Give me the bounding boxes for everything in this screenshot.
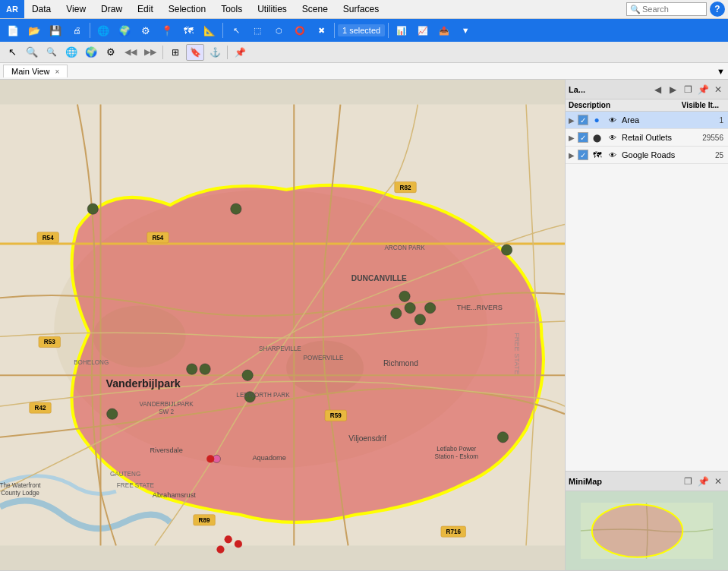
svg-text:Letlabo Power: Letlabo Power — [436, 446, 476, 453]
search-input[interactable] — [642, 5, 703, 14]
menu-surfaces[interactable]: Surfaces — [336, 0, 386, 18]
layer-row-retail[interactable]: ▶ ✓ ⬤ 👁 Retail Outlets 29556 — [566, 129, 728, 147]
svg-text:POWERVILLE: POWERVILLE — [304, 355, 344, 361]
expand-roads-icon: ▶ — [569, 151, 578, 159]
menu-data[interactable]: Data — [24, 0, 58, 18]
minimap-close-btn[interactable]: ✕ — [711, 475, 725, 488]
help-button[interactable]: ? — [710, 2, 725, 17]
svg-text:GAUTENG: GAUTENG — [110, 471, 140, 478]
svg-point-35 — [391, 308, 402, 319]
svg-point-108 — [592, 504, 682, 557]
arrow-tool[interactable]: ↖ — [3, 44, 21, 61]
tab-bar: Main View × ▼ — [0, 63, 728, 80]
svg-text:VANDERBIJLPARK: VANDERBIJLPARK — [140, 401, 194, 408]
roads-layer-icon: 🗺 — [590, 148, 604, 162]
main-view-tab[interactable]: Main View × — [3, 65, 68, 77]
minimap-content[interactable] — [566, 491, 728, 570]
new-button[interactable]: 📄 — [3, 21, 23, 39]
layers-forward-btn[interactable]: ▶ — [666, 83, 679, 96]
grid-btn[interactable]: ⊞ — [166, 44, 184, 61]
globe-button[interactable]: 🌐 — [93, 21, 113, 39]
layer-row-area[interactable]: ▶ ✓ ● 👁 Area 1 — [566, 112, 728, 129]
select-tool[interactable]: ↖ — [226, 21, 246, 39]
table-button[interactable]: 📊 — [392, 21, 411, 39]
globe2-button[interactable]: 🌍 — [115, 21, 134, 39]
svg-point-29 — [200, 364, 210, 374]
svg-text:FREE STATE: FREE STATE — [513, 333, 521, 374]
retail-layer-name: Retail Outlets — [622, 133, 676, 142]
right-panel: La... ◀ ▶ ❐ 📌 ✕ Description Visible It..… — [565, 80, 728, 570]
menu-edit[interactable]: Edit — [130, 0, 161, 18]
chart-button[interactable]: 📈 — [413, 21, 433, 39]
svg-text:Station - Eskom: Station - Eskom — [435, 453, 479, 460]
layer-table: ▶ ✓ ● 👁 Area 1 ▶ ✓ ⬤ 👁 Retail Outlets 29… — [566, 112, 728, 471]
forward-nav-btn[interactable]: ▶▶ — [141, 44, 159, 61]
layers-restore-btn[interactable]: ❐ — [681, 83, 695, 96]
sep-tb2 — [162, 46, 163, 59]
menu-tools[interactable]: Tools — [213, 0, 250, 18]
select-lasso[interactable]: ⭕ — [290, 21, 310, 39]
layer-row-roads[interactable]: ▶ ✓ 🗺 👁 Google Roads 25 — [566, 147, 728, 164]
menu-view[interactable]: View — [58, 0, 93, 18]
menu-selection[interactable]: Selection — [161, 0, 213, 18]
roads-layer-count: 25 — [676, 151, 725, 159]
layers-close-btn[interactable]: ✕ — [711, 83, 725, 96]
checkbox-area[interactable]: ✓ — [578, 115, 588, 125]
globe-nav2-btn[interactable]: 🌍 — [82, 44, 100, 61]
save-button[interactable]: 💾 — [46, 21, 65, 39]
print-button[interactable]: 🖨 — [67, 21, 87, 39]
settings-button[interactable]: ⚙ — [136, 21, 156, 39]
layers-back-btn[interactable]: ◀ — [651, 83, 664, 96]
measure-button[interactable]: 📐 — [200, 21, 219, 39]
zoom-in-btn[interactable]: 🔍 — [23, 44, 41, 61]
svg-text:R89: R89 — [199, 517, 210, 524]
svg-text:Abrahamsrust: Abrahamsrust — [153, 491, 196, 499]
open-button[interactable]: 📂 — [24, 21, 44, 39]
svg-text:R42: R42 — [35, 405, 46, 412]
area-layer-icon: ● — [590, 113, 604, 127]
select-polygon[interactable]: ⬡ — [269, 21, 288, 39]
menu-draw[interactable]: Draw — [93, 0, 130, 18]
svg-text:R716: R716 — [446, 528, 462, 535]
app-icon[interactable]: AR — [0, 0, 24, 18]
map-view[interactable]: R54 R54 R42 R53 R716 R89 R59 R82 — [0, 80, 565, 570]
svg-text:The Waterfront: The Waterfront — [0, 482, 41, 489]
retail-layer-count: 29556 — [676, 134, 725, 142]
main-layout: R54 R54 R42 R53 R716 R89 R59 R82 — [0, 80, 728, 570]
export-button[interactable]: 📤 — [434, 21, 454, 39]
svg-point-36 — [399, 291, 410, 301]
svg-point-38 — [497, 432, 508, 443]
settings-nav-btn[interactable]: ⚙ — [102, 44, 120, 61]
minimap-pin-btn[interactable]: 📌 — [696, 475, 710, 488]
checkbox-retail[interactable]: ✓ — [578, 132, 588, 143]
pin-btn[interactable]: 📌 — [231, 44, 249, 61]
deselect-button[interactable]: ✖ — [311, 21, 331, 39]
select-rect[interactable]: ⬚ — [247, 21, 267, 39]
back-nav-btn[interactable]: ◀◀ — [121, 44, 140, 61]
toolbar2: ↖ 🔍 🔍 🌐 🌍 ⚙ ◀◀ ▶▶ ⊞ 🔖 ⚓ 📌 — [0, 42, 728, 63]
svg-text:Viljoensdrif: Viljoensdrif — [348, 434, 386, 443]
locate-button[interactable]: 📍 — [157, 21, 177, 39]
map-container[interactable]: R54 R54 R42 R53 R716 R89 R59 R82 — [0, 80, 565, 570]
sep1 — [90, 23, 90, 38]
minimap-title: MiniMap — [569, 477, 679, 486]
minimap-restore-btn[interactable]: ❐ — [681, 475, 695, 488]
checkbox-roads[interactable]: ✓ — [578, 150, 588, 160]
toolbar1: 📄 📂 💾 🖨 🌐 🌍 ⚙ 📍 🗺 📐 ↖ ⬚ ⬡ ⭕ ✖ 1 selected… — [0, 19, 728, 42]
route-button[interactable]: 🗺 — [178, 21, 198, 39]
more-button[interactable]: ▼ — [455, 21, 475, 39]
col-visible: Visible It... — [676, 101, 725, 109]
zoom-out-btn[interactable]: 🔍 — [43, 44, 61, 61]
svg-point-64 — [206, 455, 214, 462]
tab-dropdown[interactable]: ▼ — [717, 67, 725, 76]
menu-utilities[interactable]: Utilities — [250, 0, 295, 18]
menu-scene[interactable]: Scene — [295, 0, 336, 18]
search-bar[interactable]: 🔍 — [626, 2, 707, 16]
globe-nav-btn[interactable]: 🌐 — [62, 44, 80, 61]
svg-point-34 — [425, 302, 436, 313]
svg-text:SW 2: SW 2 — [159, 409, 174, 415]
bookmark-btn[interactable]: 🔖 — [186, 44, 204, 61]
layers-pin-btn[interactable]: 📌 — [696, 83, 710, 96]
anchor-btn[interactable]: ⚓ — [206, 44, 224, 61]
tab-close-btn[interactable]: × — [55, 68, 60, 76]
